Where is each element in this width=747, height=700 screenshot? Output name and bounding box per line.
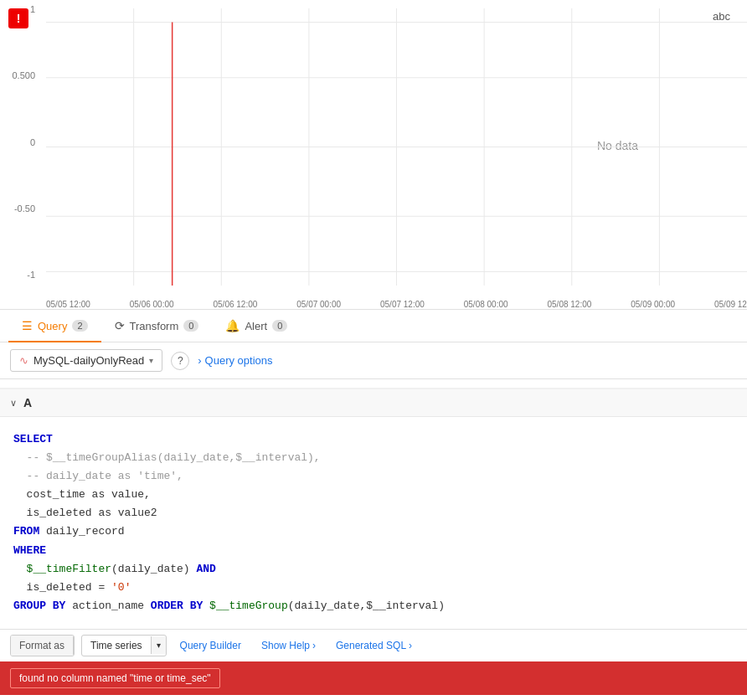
tabs-row: ☰ Query 2 ⟳ Transform 0 🔔 Alert 0 (0, 310, 747, 342)
transform-icon: ⟳ (115, 319, 125, 332)
bottom-toolbar: Format as Time series ▾ Query Builder Sh… (0, 629, 747, 661)
query-section-a: ∨ A SELECT -- $__timeGroupAlias(daily_da… (0, 388, 747, 661)
time-series-value: Time series (82, 636, 151, 656)
tab-alert-label: Alert (245, 320, 267, 332)
collapse-arrow-icon[interactable]: ∨ (10, 398, 17, 409)
error-message: found no column named "time or time_sec" (10, 668, 220, 688)
query-icon: ☰ (22, 319, 33, 332)
tab-query-badge: 2 (72, 320, 87, 332)
format-as-label: Format as (11, 636, 74, 656)
tab-query-label: Query (38, 320, 67, 332)
tab-transform[interactable]: ⟳ Transform 0 (101, 311, 213, 342)
alert-icon: 🔔 (225, 319, 240, 332)
app-container: ! abc No data 1 0.500 0 -0.50 -1 (0, 0, 747, 700)
tab-alert[interactable]: 🔔 Alert 0 (212, 311, 301, 342)
error-bar: found no column named "time or time_sec" (0, 661, 747, 695)
query-builder-button[interactable]: Query Builder (173, 636, 248, 656)
show-help-button[interactable]: Show Help › (255, 636, 322, 656)
query-options-label: Query options (205, 354, 273, 367)
format-as-group: Format as (10, 635, 75, 656)
datasource-name: MySQL-dailyOnlyRead (33, 354, 144, 367)
show-help-label: Show Help (261, 640, 310, 651)
help-icon-button[interactable]: ? (171, 352, 189, 370)
chart-area: ! abc No data 1 0.500 0 -0.50 -1 (0, 0, 747, 310)
time-series-group[interactable]: Time series ▾ (81, 635, 167, 656)
datasource-select[interactable]: ∿ MySQL-dailyOnlyRead ▾ (10, 349, 162, 372)
tab-alert-badge: 0 (272, 320, 287, 332)
x-axis: 05/05 12:00 05/06 00:00 05/06 12:00 05/0… (46, 286, 747, 309)
datasource-row: ∿ MySQL-dailyOnlyRead ▾ ? › Query option… (0, 342, 747, 379)
code-editor[interactable]: SELECT -- $__timeGroupAlias(daily_date,$… (0, 417, 747, 629)
y-axis: 1 0.500 0 -0.50 -1 (0, 0, 42, 284)
tab-transform-badge: 0 (183, 320, 198, 332)
query-options-arrow-icon: › (198, 354, 201, 367)
generated-sql-arrow-icon: › (409, 640, 412, 651)
query-options-link[interactable]: › Query options (198, 354, 272, 367)
datasource-chevron-icon: ▾ (149, 356, 153, 365)
time-series-chevron-icon[interactable]: ▾ (151, 636, 166, 654)
query-section-header: ∨ A (0, 389, 747, 417)
chart-svg (46, 8, 747, 286)
query-section-label: A (23, 396, 32, 409)
datasource-icon: ∿ (19, 354, 28, 367)
generated-sql-label: Generated SQL (336, 640, 406, 651)
generated-sql-button[interactable]: Generated SQL › (329, 636, 419, 656)
tab-query[interactable]: ☰ Query 2 (8, 311, 101, 342)
show-help-arrow-icon: › (312, 640, 316, 651)
tab-transform-label: Transform (130, 320, 179, 332)
